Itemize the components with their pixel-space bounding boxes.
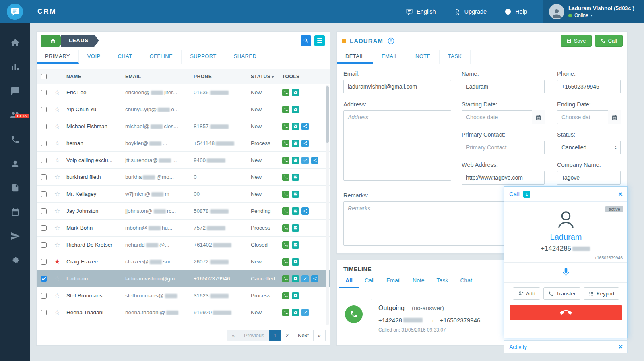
row-checkbox[interactable]: [41, 124, 47, 129]
call-icon[interactable]: [282, 157, 289, 164]
timeline-tab-all[interactable]: All: [339, 274, 359, 288]
check-icon[interactable]: [301, 309, 309, 316]
call-icon[interactable]: [282, 191, 289, 198]
language-menu[interactable]: English: [406, 8, 436, 15]
tab-task[interactable]: TASK: [440, 50, 471, 64]
call-icon[interactable]: [282, 292, 289, 299]
column-status[interactable]: STATUS▾: [248, 74, 279, 79]
call-icon[interactable]: [282, 89, 289, 96]
email-icon[interactable]: [292, 123, 299, 130]
call-icon[interactable]: [282, 258, 289, 266]
remarks-field[interactable]: [343, 201, 504, 246]
table-row[interactable]: ☆ Mr. Kellagey w7jmlcn@m 00 New: [37, 186, 330, 203]
column-email[interactable]: EMAIL: [122, 74, 190, 79]
star-icon[interactable]: ☆: [51, 207, 63, 215]
tab-note[interactable]: NOTE: [407, 50, 440, 64]
pagination-page-1[interactable]: 1: [269, 330, 281, 341]
pagination-page-2[interactable]: 2: [281, 330, 293, 341]
upgrade-menu[interactable]: Upgrade: [454, 8, 487, 15]
add-participant-button[interactable]: Add: [513, 287, 540, 300]
row-checkbox[interactable]: [41, 276, 47, 282]
row-checkbox[interactable]: [41, 174, 47, 180]
call-icon[interactable]: [282, 275, 289, 282]
tab-email[interactable]: EMAIL: [373, 50, 407, 64]
table-row[interactable]: ☆ hernan boykier@... +541148 Process: [37, 135, 330, 152]
primary-contact-field[interactable]: [462, 141, 545, 154]
star-icon[interactable]: ☆: [51, 156, 63, 164]
table-row[interactable]: ☆ Heena Thadani heena.thadani@ 919920 Ne…: [37, 304, 330, 321]
mute-toggle[interactable]: [504, 263, 627, 280]
star-icon[interactable]: ☆: [51, 241, 63, 249]
email-icon[interactable]: [292, 309, 299, 316]
scrollbar-thumb[interactable]: [326, 86, 329, 143]
tab-primary[interactable]: PRIMARY: [37, 50, 79, 64]
help-menu[interactable]: Help: [504, 8, 527, 15]
table-row[interactable]: ☆ Yip Chun Yu chunyu.yip@o... - New: [37, 101, 330, 118]
share-icon[interactable]: [301, 140, 309, 147]
row-checkbox[interactable]: [41, 310, 47, 315]
sidebar-item-chat[interactable]: [0, 79, 30, 103]
star-icon[interactable]: ★: [51, 258, 63, 266]
email-icon[interactable]: [292, 258, 299, 266]
tab-detail[interactable]: DETAIL: [337, 50, 373, 64]
sidebar-item-home[interactable]: [0, 31, 30, 55]
table-row[interactable]: ☆ Jay Johnston jjohnston@rc... 50878 Pen…: [37, 203, 330, 220]
sidebar-item-contacts[interactable]: [0, 151, 30, 176]
table-row[interactable]: ☆ Voip calling exclu... jtt.surendra@...…: [37, 152, 330, 169]
tab-chat[interactable]: CHAT: [109, 50, 141, 64]
table-row[interactable]: ☆ Mark Bohn mbohn@hu... 7572 Process: [37, 220, 330, 237]
call-icon[interactable]: [282, 123, 289, 130]
email-icon[interactable]: [292, 157, 299, 164]
calendar-icon[interactable]: [532, 110, 545, 124]
close-icon[interactable]: ×: [619, 343, 623, 351]
user-avatar[interactable]: [549, 4, 564, 19]
email-icon[interactable]: [292, 224, 299, 232]
tab-voip[interactable]: VOIP: [79, 50, 109, 64]
email-icon[interactable]: [292, 174, 299, 181]
keypad-button[interactable]: Keypad: [584, 287, 619, 300]
row-checkbox[interactable]: [41, 191, 47, 197]
activity-bar[interactable]: Activity ×: [504, 340, 628, 353]
email-icon[interactable]: [292, 191, 299, 198]
pagination-next[interactable]: Next: [293, 330, 314, 341]
row-checkbox[interactable]: [41, 242, 47, 248]
list-menu-button[interactable]: [314, 35, 325, 46]
breadcrumb-home[interactable]: [41, 35, 64, 47]
check-icon[interactable]: [301, 157, 309, 164]
name-field[interactable]: [462, 80, 545, 93]
call-icon[interactable]: [282, 106, 289, 113]
star-icon[interactable]: ☆: [51, 224, 63, 232]
timeline-tab-note[interactable]: Note: [407, 274, 431, 288]
scrollbar[interactable]: [326, 85, 329, 325]
pagination-next-arrow[interactable]: »: [314, 330, 325, 341]
call-icon[interactable]: [282, 174, 289, 181]
hangup-button[interactable]: [510, 305, 622, 320]
timeline-tab-call[interactable]: Call: [359, 274, 380, 288]
row-checkbox[interactable]: [41, 225, 47, 231]
row-checkbox[interactable]: [41, 208, 47, 214]
calendar-icon[interactable]: [608, 110, 621, 124]
tab-support[interactable]: SUPPORT: [182, 50, 225, 64]
email-icon[interactable]: [292, 292, 299, 299]
share-icon[interactable]: [301, 207, 309, 215]
row-checkbox[interactable]: [41, 90, 47, 95]
table-row[interactable]: [37, 321, 330, 326]
call-icon[interactable]: [282, 140, 289, 147]
address-field[interactable]: [343, 110, 451, 181]
pagination-prev-arrow[interactable]: «: [227, 330, 239, 341]
timeline-tab-email[interactable]: Email: [380, 274, 407, 288]
call-button[interactable]: Call: [595, 35, 623, 47]
star-icon[interactable]: ☆: [51, 190, 63, 198]
star-icon[interactable]: ☆: [51, 292, 63, 299]
timeline-tab-chat[interactable]: Chat: [454, 274, 478, 288]
email-field[interactable]: [343, 80, 451, 93]
table-row[interactable]: ☆ Richard De Kretser richardd@... +61402…: [37, 237, 330, 253]
row-checkbox[interactable]: [41, 141, 47, 146]
share-icon[interactable]: [311, 157, 318, 164]
column-phone[interactable]: PHONE: [190, 74, 248, 79]
table-row[interactable]: ☆ Laduram laduramvishnoi@gm... +16502379…: [37, 270, 330, 287]
tab-shared[interactable]: SHARED: [225, 50, 266, 64]
call-icon[interactable]: [282, 207, 289, 215]
sidebar-item-settings[interactable]: [0, 248, 30, 272]
select-all-checkbox[interactable]: [41, 74, 47, 79]
